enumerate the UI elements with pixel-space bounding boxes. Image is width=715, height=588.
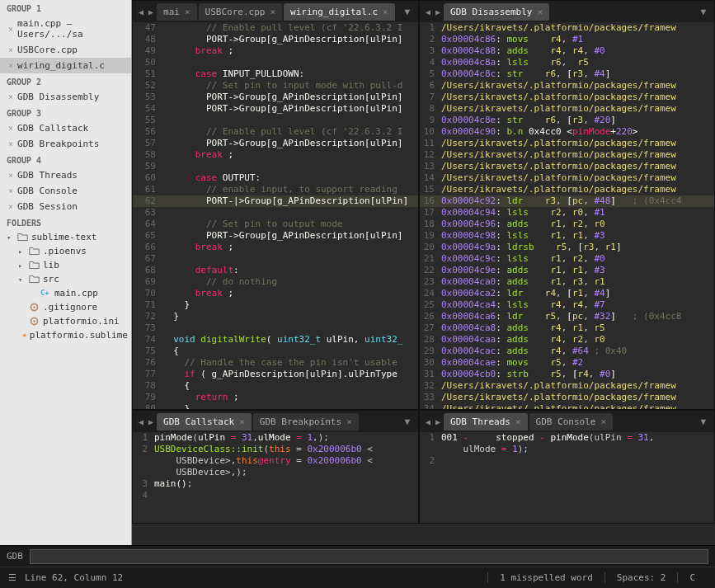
tree-item[interactable]: ▾sublime-text	[0, 230, 131, 244]
tree-item[interactable]: Splatformio.sublime	[0, 328, 131, 342]
tabbar-2: ◀▶GDB Disassembly×▼	[420, 1, 714, 22]
svg-text:C+: C+	[40, 289, 49, 297]
tab-close-icon[interactable]: ×	[515, 416, 521, 427]
svg-point-3	[33, 306, 35, 308]
tab-close-icon[interactable]: ×	[537, 7, 543, 17]
close-icon[interactable]: ×	[8, 202, 13, 211]
file-name: main.cpp — Users/.../sa	[17, 18, 126, 40]
nav-fwd-icon[interactable]: ▶	[146, 417, 156, 426]
sidebar-file-item[interactable]: ×GDB Session	[0, 199, 131, 214]
sidebar-file-item[interactable]: ×GDB Console	[0, 183, 131, 199]
menu-icon[interactable]: ☰	[8, 572, 16, 583]
nav-fwd-icon[interactable]: ▶	[433, 7, 443, 16]
sidebar-file-item[interactable]: ×GDB Breakpoints	[0, 136, 131, 152]
tab-close-icon[interactable]: ×	[600, 416, 606, 427]
tab[interactable]: GDB Threads×	[444, 413, 527, 430]
tab-dropdown-icon[interactable]: ▼	[399, 7, 415, 17]
tab[interactable]: GDB Breakpoints×	[253, 413, 359, 430]
tab-close-icon[interactable]: ×	[239, 416, 245, 427]
sidebar-file-item[interactable]: ×USBCore.cpp	[0, 42, 131, 58]
disclosure-arrow[interactable]: ▾	[7, 233, 15, 242]
tabbar-3: ◀▶GDB Callstack×GDB Breakpoints×▼	[133, 411, 418, 432]
tree-label: src	[43, 274, 59, 285]
editor-pane-4: ◀▶GDB Threads×GDB Console×▼ 1001 - stopp…	[419, 410, 715, 524]
code-editor-1[interactable]: 47 // Enable pull level (cf '22.6.3.2 I4…	[133, 22, 418, 409]
tabbar-4: ◀▶GDB Threads×GDB Console×▼	[420, 411, 714, 432]
status-bar: ☰ Line 62, Column 12 1 misspelled word S…	[0, 567, 715, 588]
syntax-status[interactable]: C	[677, 572, 707, 583]
disclosure-arrow[interactable]: ▸	[18, 247, 26, 256]
close-icon[interactable]: ×	[8, 171, 13, 180]
code-editor-3[interactable]: 1pinMode(ulPin = 31,ulMode = 1,);2USBDev…	[133, 432, 418, 523]
nav-back-icon[interactable]: ◀	[423, 7, 433, 16]
code-editor-4[interactable]: 1001 - stopped - pinMode(ulPin = 31, ulM…	[420, 432, 714, 523]
cursor-position: Line 62, Column 12	[25, 572, 123, 583]
tab[interactable]: wiring_digital.c×	[284, 3, 395, 21]
editor-pane-1: ◀▶mai×USBCore.cpp×wiring_digital.c×▼ 47 …	[132, 0, 419, 410]
tab-close-icon[interactable]: ×	[270, 7, 275, 17]
tab-label: USBCore.cpp	[205, 7, 266, 17]
nav-back-icon[interactable]: ◀	[136, 7, 146, 16]
sidebar-file-item[interactable]: ×main.cpp — Users/.../sa	[0, 16, 131, 42]
tab-dropdown-icon[interactable]: ▼	[399, 416, 415, 427]
folders-header: FOLDERS	[0, 214, 131, 230]
group-header: GROUP 2	[0, 73, 131, 89]
close-icon[interactable]: ×	[8, 186, 13, 195]
tree-item[interactable]: C+main.cpp	[0, 286, 131, 300]
close-icon[interactable]: ×	[8, 45, 13, 54]
tab[interactable]: GDB Console×	[529, 413, 613, 430]
group-header: GROUP 3	[0, 105, 131, 120]
sidebar-file-item[interactable]: ×wiring_digital.c	[0, 58, 131, 73]
nav-fwd-icon[interactable]: ▶	[146, 7, 156, 16]
file-name: GDB Callstack	[17, 123, 88, 134]
file-name: USBCore.cpp	[17, 45, 78, 55]
sidebar-file-item[interactable]: ×GDB Callstack	[0, 120, 131, 136]
tab-label: GDB Threads	[450, 416, 510, 427]
tab-label: GDB Disassembly	[450, 7, 532, 17]
tab-close-icon[interactable]: ×	[346, 416, 352, 427]
tabbar-1: ◀▶mai×USBCore.cpp×wiring_digital.c×▼	[133, 1, 418, 22]
indent-status[interactable]: Spaces: 2	[604, 572, 678, 583]
tab[interactable]: USBCore.cpp×	[199, 3, 282, 21]
close-icon[interactable]: ×	[8, 92, 13, 101]
tab-dropdown-icon[interactable]: ▼	[695, 416, 711, 427]
nav-back-icon[interactable]: ◀	[423, 417, 433, 426]
tree-item[interactable]: platformio.ini	[0, 314, 131, 328]
tab-close-icon[interactable]: ×	[383, 7, 388, 17]
tree-item[interactable]: ▸lib	[0, 258, 131, 272]
file-name: GDB Disassembly	[17, 92, 99, 102]
tab[interactable]: GDB Callstack×	[157, 413, 252, 430]
tab-label: GDB Callstack	[163, 416, 234, 427]
file-name: wiring_digital.c	[17, 60, 105, 71]
tree-label: .pioenvs	[43, 246, 87, 256]
tree-item[interactable]: ▸.pioenvs	[0, 244, 131, 258]
svg-point-5	[33, 320, 35, 322]
group-header: GROUP 4	[0, 152, 131, 167]
tree-item[interactable]: .gitignore	[0, 300, 131, 314]
group-header: GROUP 1	[0, 0, 131, 16]
disclosure-arrow[interactable]: ▾	[18, 275, 26, 284]
tab-close-icon[interactable]: ×	[185, 7, 191, 17]
tab-label: GDB Console	[536, 416, 596, 427]
close-icon[interactable]: ×	[8, 124, 13, 133]
tree-label: sublime-text	[31, 232, 96, 242]
tree-item[interactable]: ▾src	[0, 272, 131, 286]
close-icon[interactable]: ×	[8, 25, 13, 34]
tab-dropdown-icon[interactable]: ▼	[695, 7, 711, 17]
close-icon[interactable]: ×	[8, 139, 13, 148]
code-editor-2[interactable]: 1/Users/ikravets/.platformio/packages/fr…	[420, 22, 714, 409]
sidebar-file-item[interactable]: ×GDB Threads	[0, 167, 131, 183]
spell-status[interactable]: 1 misspelled word	[487, 572, 604, 583]
tab[interactable]: mai×	[157, 3, 197, 21]
nav-back-icon[interactable]: ◀	[136, 417, 146, 426]
gdb-input[interactable]	[30, 549, 708, 564]
nav-fwd-icon[interactable]: ▶	[433, 417, 443, 426]
tab[interactable]: GDB Disassembly×	[444, 3, 549, 21]
gdb-label: GDB	[7, 551, 23, 562]
command-bar: GDB	[0, 545, 715, 567]
disclosure-arrow[interactable]: ▸	[18, 261, 26, 270]
close-icon[interactable]: ×	[8, 61, 13, 70]
sidebar-file-item[interactable]: ×GDB Disassembly	[0, 89, 131, 105]
file-name: GDB Threads	[17, 170, 78, 181]
sidebar: GROUP 1×main.cpp — Users/.../sa×USBCore.…	[0, 0, 132, 545]
